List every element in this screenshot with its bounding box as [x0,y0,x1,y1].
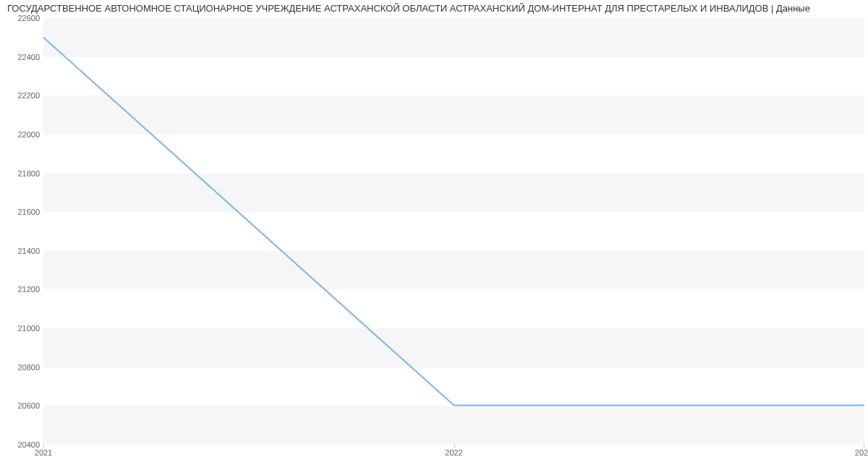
x-tick-label: 2021 [35,448,52,457]
grid-band [43,174,864,213]
grid-band [43,328,864,367]
grid-band [43,406,864,445]
y-tick-label: 22400 [17,53,40,61]
y-tick-label: 20800 [17,363,40,372]
chart-title: ГОСУДАРСТВЕННОЕ АВТОНОМНОЕ СТАЦИОНАРНОЕ … [7,3,868,14]
grid-band [43,251,864,290]
y-tick-label: 22200 [17,91,40,100]
x-tick-label: 2023 [855,448,868,457]
x-tick-label: 2022 [445,448,462,457]
y-tick-label: 22000 [17,130,40,139]
y-tick-label: 21400 [17,247,40,255]
plot-area: 2021 2022 2023 [43,18,864,445]
grid-band [43,95,864,134]
y-tick-label: 20600 [17,401,40,410]
y-tick-label: 21200 [17,285,40,294]
y-tick-label: 20400 [17,440,40,449]
y-tick-label: 22600 [17,14,40,22]
y-tick-label: 21800 [17,169,40,178]
y-tick-label: 21600 [17,208,40,216]
chart-container: ГОСУДАРСТВЕННОЕ АВТОНОМНОЕ СТАЦИОНАРНОЕ … [0,0,868,470]
line-chart-svg [43,18,864,444]
y-tick-label: 21000 [17,324,40,333]
grid-band [43,18,864,57]
